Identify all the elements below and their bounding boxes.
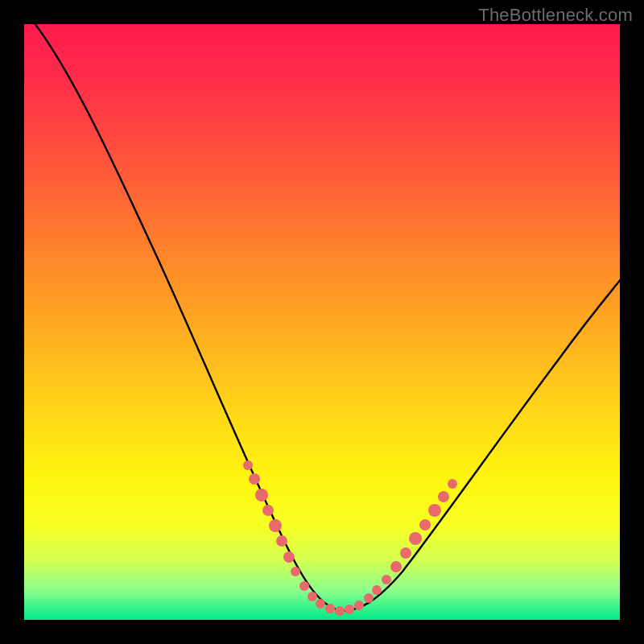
svg-point-8 — [299, 581, 309, 591]
svg-point-9 — [308, 592, 317, 601]
watermark-text: TheBottleneck.com — [478, 5, 633, 26]
bottleneck-curve — [24, 24, 620, 620]
chart-frame: TheBottleneck.com — [0, 0, 644, 644]
curve-path — [32, 24, 620, 611]
svg-point-23 — [438, 491, 449, 502]
svg-point-13 — [345, 605, 354, 614]
highlight-dots-left — [243, 460, 300, 576]
svg-point-19 — [400, 547, 411, 559]
svg-point-2 — [255, 489, 268, 502]
svg-point-11 — [325, 604, 335, 613]
svg-point-21 — [419, 519, 431, 530]
plot-area — [24, 24, 620, 620]
svg-point-20 — [409, 532, 422, 545]
svg-point-14 — [354, 601, 364, 610]
svg-point-24 — [448, 479, 457, 489]
svg-point-1 — [249, 473, 260, 485]
svg-point-22 — [428, 504, 441, 517]
svg-point-0 — [243, 460, 253, 470]
svg-point-15 — [364, 593, 374, 603]
svg-point-18 — [390, 561, 402, 572]
svg-point-17 — [382, 575, 391, 584]
svg-point-3 — [262, 505, 274, 516]
curve-group — [32, 24, 620, 616]
svg-point-4 — [269, 519, 282, 532]
svg-point-5 — [276, 535, 287, 547]
highlight-dots-right — [382, 479, 457, 584]
svg-point-10 — [316, 599, 325, 609]
svg-point-12 — [335, 606, 345, 616]
svg-point-7 — [291, 567, 300, 576]
svg-point-6 — [283, 551, 295, 563]
svg-point-16 — [372, 585, 382, 595]
highlight-dots-valley — [299, 581, 382, 616]
